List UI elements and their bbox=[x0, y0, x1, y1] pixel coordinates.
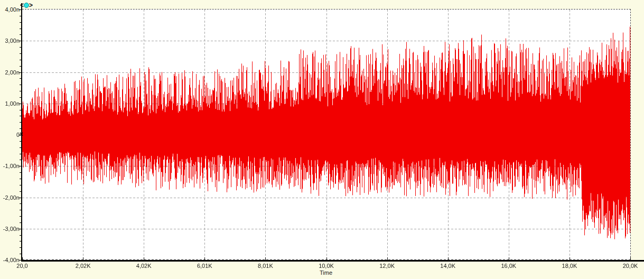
y-minor-tick bbox=[20, 222, 21, 223]
y-minor-tick bbox=[20, 128, 21, 129]
y-major-tick bbox=[18, 166, 22, 166]
y-minor-tick bbox=[20, 53, 21, 54]
x-tick-label: 20,0 bbox=[6, 263, 38, 269]
y-major-tick bbox=[18, 135, 22, 135]
x-major-tick bbox=[387, 257, 388, 260]
x-tick-label: 10,0K bbox=[311, 263, 342, 269]
y-minor-tick bbox=[20, 16, 21, 16]
x-major-tick bbox=[630, 257, 631, 260]
y-major-tick bbox=[18, 104, 22, 104]
y-major-tick bbox=[18, 260, 22, 261]
x-major-tick bbox=[265, 257, 266, 260]
y-tick-label: 0 bbox=[0, 132, 20, 138]
y-minor-tick bbox=[20, 66, 21, 67]
x-tick-label: 14,0K bbox=[432, 263, 464, 269]
y-minor-tick bbox=[20, 172, 21, 173]
y-minor-tick bbox=[20, 254, 21, 254]
y-minor-tick bbox=[20, 241, 21, 241]
y-minor-tick bbox=[20, 78, 21, 79]
y-minor-tick bbox=[20, 216, 21, 217]
y-minor-tick bbox=[20, 122, 21, 123]
trace-cursor-marker[interactable]: < > bbox=[20, 3, 33, 8]
origin-cursor-marker[interactable]: × bbox=[20, 132, 23, 137]
analysis-plot-window: < > × Time 4,00n3,00n2,00n1,00n0-1,00n-2… bbox=[0, 0, 644, 279]
y-minor-tick bbox=[20, 47, 21, 48]
y-tick-label: 4,00n bbox=[0, 6, 20, 13]
y-minor-tick bbox=[20, 60, 21, 60]
y-minor-tick bbox=[20, 29, 21, 29]
x-major-tick bbox=[204, 257, 205, 260]
y-minor-tick bbox=[20, 147, 21, 148]
y-major-tick bbox=[18, 41, 22, 41]
x-tick-label: 20,0K bbox=[614, 263, 644, 269]
y-minor-tick bbox=[20, 110, 21, 110]
y-minor-tick bbox=[20, 91, 21, 91]
y-minor-tick bbox=[20, 160, 21, 160]
y-minor-tick bbox=[20, 191, 21, 192]
x-tick-label: 16,0K bbox=[493, 263, 525, 269]
y-major-tick bbox=[18, 10, 22, 10]
x-axis-line bbox=[21, 260, 644, 262]
x-tick-label: 2,02K bbox=[67, 263, 99, 269]
y-minor-tick bbox=[20, 34, 21, 35]
x-tick-label: 8,01K bbox=[249, 263, 281, 269]
x-major-tick bbox=[570, 257, 570, 260]
y-minor-tick bbox=[20, 179, 21, 179]
x-major-tick bbox=[22, 257, 23, 260]
x-tick-label: 6,01K bbox=[189, 263, 220, 269]
y-tick-label: -1,00n bbox=[0, 163, 20, 169]
y-minor-tick bbox=[20, 247, 21, 248]
x-tick-label: 18,0K bbox=[554, 263, 585, 269]
trace-marker-right-bracket: > bbox=[29, 3, 33, 8]
trace-marker-dot-icon bbox=[24, 3, 29, 8]
y-tick-label: -3,00n bbox=[0, 226, 20, 232]
trace-marker-left-bracket: < bbox=[20, 3, 24, 8]
y-minor-tick bbox=[20, 116, 21, 116]
y-tick-label: -2,00n bbox=[0, 194, 20, 201]
y-minor-tick bbox=[20, 97, 21, 98]
y-minor-tick bbox=[20, 141, 21, 142]
plot-area bbox=[22, 9, 631, 260]
y-major-tick bbox=[18, 198, 22, 198]
y-tick-label: 1,00n bbox=[0, 100, 20, 107]
y-minor-tick bbox=[20, 203, 21, 204]
x-major-tick bbox=[326, 257, 327, 260]
y-tick-label: 3,00n bbox=[0, 38, 20, 44]
y-major-tick bbox=[18, 229, 22, 229]
x-major-tick bbox=[448, 257, 449, 260]
y-tick-label: 2,00n bbox=[0, 69, 20, 76]
y-minor-tick bbox=[20, 22, 21, 23]
y-minor-tick bbox=[20, 235, 21, 236]
y-minor-tick bbox=[20, 154, 21, 154]
x-tick-label: 4,02K bbox=[128, 263, 160, 269]
x-tick-label: 12,0K bbox=[371, 263, 403, 269]
y-minor-tick bbox=[20, 185, 21, 185]
y-minor-tick bbox=[20, 85, 21, 85]
x-major-tick bbox=[83, 257, 83, 260]
x-major-tick bbox=[509, 257, 509, 260]
y-major-tick bbox=[18, 72, 22, 73]
x-major-tick bbox=[144, 257, 144, 260]
y-minor-tick bbox=[20, 210, 21, 210]
waveform-plot-canvas[interactable] bbox=[22, 10, 630, 260]
x-axis-title: Time bbox=[300, 269, 352, 276]
